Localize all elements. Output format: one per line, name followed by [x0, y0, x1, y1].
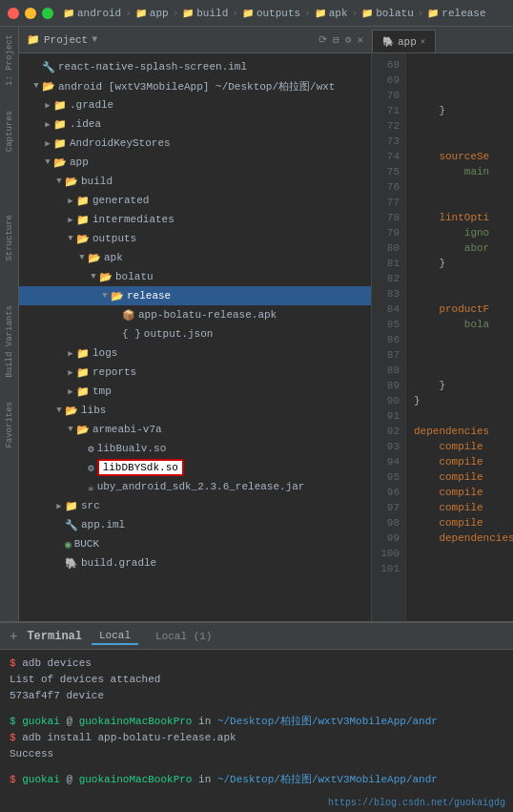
tree-item-ubyandroid[interactable]: ☕ uby_android_sdk_2.3.6_release.jar — [19, 477, 371, 496]
tree-item-apk-file[interactable]: 📦 app-bolatu-release.apk — [19, 305, 371, 324]
tab-app[interactable]: 🐘 app ✕ — [372, 30, 436, 52]
breadcrumb-bolatu[interactable]: 📁 bolatu — [361, 8, 414, 19]
tree-item-tmp[interactable]: ▶ 📁 tmp — [19, 382, 371, 401]
sync-icon[interactable]: ⟳ — [318, 33, 327, 46]
sidebar-label-build[interactable]: Build Variants — [5, 305, 14, 378]
tab-bar: 🐘 app ✕ — [372, 27, 513, 53]
arrow-icon: ▼ — [65, 425, 76, 434]
arrow-icon: ▼ — [99, 291, 111, 301]
tree-item-libbualv[interactable]: ⚙ libBualv.so — [19, 439, 371, 458]
tree-item-intermediates[interactable]: ▶ 📁 intermediates — [19, 210, 371, 229]
terminal-add-button[interactable]: + — [10, 629, 17, 644]
tree-item-generated[interactable]: ▶ 📁 generated — [19, 191, 371, 210]
tree-item-idea[interactable]: ▶ 📁 .idea — [19, 115, 371, 134]
folder-icon: 📂 — [76, 424, 90, 436]
panel-title: 📁 Project ▼ — [27, 33, 97, 46]
so-file-icon: ⚙ — [88, 462, 94, 474]
tree-item-apk-folder[interactable]: ▼ 📂 apk — [19, 248, 371, 267]
terminal-prompt-2: $ guokai @ guokainoMacBookPro in ~/Deskt… — [10, 772, 503, 788]
arrow-icon: ▶ — [65, 367, 76, 378]
tree-item-android[interactable]: ▼ 📂 android [wxtV3MobileApp] ~/Desktop/柏… — [19, 76, 371, 95]
folder-icon: 📁 — [65, 500, 78, 512]
folder-icon: 📁 — [76, 366, 90, 379]
apk-file-icon: 📦 — [122, 309, 135, 322]
arrow-icon: ▼ — [42, 157, 53, 167]
arrow-icon: ▶ — [42, 138, 53, 149]
code-content: } sourceSe main lintOpti igno abor } pro… — [406, 53, 513, 621]
panel-dropdown-icon[interactable]: ▼ — [92, 34, 97, 45]
collapse-icon[interactable]: ⊟ — [333, 33, 339, 46]
tree-item-outputs[interactable]: ▼ 📂 outputs — [19, 229, 371, 248]
breadcrumb-android[interactable]: 📁 android — [63, 8, 121, 19]
json-file-icon: { } — [122, 328, 141, 340]
minimize-button[interactable] — [25, 8, 36, 19]
sidebar-label-captures[interactable]: Captures — [5, 111, 14, 152]
folder-icon: 📁 — [76, 195, 90, 207]
folder-icon: 📂 — [76, 233, 90, 245]
sidebar-label-structure[interactable]: Structure — [5, 215, 14, 261]
tree-item-bolatu[interactable]: ▼ 📂 bolatu — [19, 267, 371, 286]
main-layout: 1: Project Captures Structure Build Vari… — [0, 27, 513, 621]
tree-item-armeabi[interactable]: ▼ 📂 armeabi-v7a — [19, 420, 371, 439]
tree-item-libdbysdk[interactable]: ⚙ libDBYSdk.so — [19, 458, 371, 477]
tree-item-libs[interactable]: ▼ 📂 libs — [19, 401, 371, 420]
settings-icon[interactable]: ⚙ — [345, 33, 352, 46]
folder-icon: 📂 — [111, 290, 124, 302]
maximize-button[interactable] — [42, 8, 53, 19]
breadcrumb-build[interactable]: 📁 build — [182, 8, 228, 19]
tab-close-icon[interactable]: ✕ — [421, 36, 425, 47]
folder-icon: 📁 — [53, 118, 67, 131]
file-tree: 🔧 react-native-splash-screen.iml ▼ 📂 and… — [19, 53, 371, 621]
traffic-lights — [8, 8, 53, 19]
project-panel: 📁 Project ▼ ⟳ ⊟ ⚙ ✕ 🔧 react-native-splas… — [19, 27, 372, 621]
breadcrumb-app[interactable]: 📁 app — [135, 8, 169, 19]
tree-item-gradle[interactable]: ▶ 📁 .gradle — [19, 95, 371, 115]
tree-item-reports[interactable]: ▶ 📁 reports — [19, 363, 371, 382]
terminal-tab-local1[interactable]: Local (1) — [148, 629, 219, 644]
panel-header: 📁 Project ▼ ⟳ ⊟ ⚙ ✕ — [19, 27, 371, 53]
terminal-line-2: List of devices attached — [10, 672, 503, 688]
tree-item-app[interactable]: ▼ 📂 app — [19, 153, 371, 172]
folder-icon: 📂 — [53, 156, 67, 169]
code-area: 6869707172 7374757677 7879808182 8384858… — [372, 53, 513, 621]
terminal-blank-1 — [10, 704, 503, 714]
tree-item-androidkeystore[interactable]: ▶ 📁 AndroidKeyStores — [19, 134, 371, 153]
tree-item-output-json[interactable]: { } output.json — [19, 324, 371, 344]
breadcrumb-outputs[interactable]: 📁 outputs — [242, 8, 300, 19]
tree-item-src[interactable]: ▶ 📁 src — [19, 496, 371, 515]
breadcrumb-release[interactable]: 📁 release — [427, 8, 485, 19]
breadcrumb-apk[interactable]: 📁 apk — [315, 8, 348, 19]
title-bar: 📁 android › 📁 app › 📁 build › 📁 outputs … — [0, 0, 513, 27]
close-button[interactable] — [8, 8, 19, 19]
tree-item-buildgradle[interactable]: 🐘 build.gradle — [19, 553, 371, 573]
arrow-icon: ▼ — [76, 253, 88, 262]
arrow-icon: ▶ — [42, 100, 53, 111]
folder-icon: 📁 — [53, 99, 67, 112]
tab-file-icon: 🐘 — [382, 36, 394, 48]
arrow-icon: ▼ — [65, 234, 76, 243]
breadcrumb: 📁 android › 📁 app › 📁 build › 📁 outputs … — [63, 8, 486, 19]
tree-item-release[interactable]: ▼ 📂 release — [19, 286, 371, 305]
terminal-blank-2 — [10, 762, 503, 772]
gradle-file-icon: 🐘 — [65, 557, 78, 570]
tree-item-build[interactable]: ▼ 📂 build — [19, 172, 371, 191]
tree-item-buck[interactable]: ◉ BUCK — [19, 534, 371, 553]
tree-item-logs[interactable]: ▶ 📁 logs — [19, 344, 371, 363]
folder-icon: 📁 — [76, 347, 90, 360]
terminal-title: Terminal — [27, 630, 82, 643]
line-numbers: 6869707172 7374757677 7879808182 8384858… — [372, 53, 406, 621]
close-panel-icon[interactable]: ✕ — [357, 33, 363, 46]
terminal-line-4: $ adb install app-bolatu-release.apk — [10, 730, 503, 746]
tree-item-appiml[interactable]: 🔧 app.iml — [19, 515, 371, 534]
project-folder-icon: 📁 — [27, 33, 40, 46]
tree-item-react-native[interactable]: 🔧 react-native-splash-screen.iml — [19, 57, 371, 76]
folder-icon: 📂 — [99, 271, 113, 283]
folder-icon: 📁 — [76, 385, 90, 398]
sidebar-label-project[interactable]: 1: Project — [5, 34, 14, 86]
libdbysdk-label: libDBYSdk.so — [97, 459, 184, 476]
terminal-line-3: 573af4f7 device — [10, 688, 503, 704]
sidebar-label-favorites[interactable]: Favorites — [5, 402, 14, 448]
arrow-icon: ▼ — [31, 81, 42, 91]
jar-file-icon: ☕ — [88, 481, 94, 493]
terminal-tab-local[interactable]: Local — [92, 628, 138, 645]
